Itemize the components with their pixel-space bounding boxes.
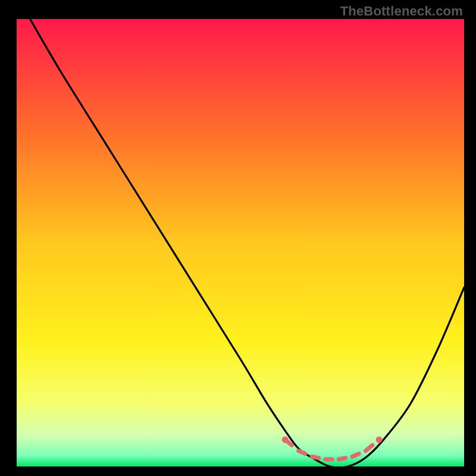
watermark-text: TheBottleneck.com: [340, 4, 463, 19]
optimal-marker-dash: [352, 454, 359, 457]
optimal-marker-endcap: [282, 436, 289, 443]
optimal-marker-dash: [339, 458, 345, 459]
optimal-marker-dash: [299, 451, 305, 454]
chart-plot-area: [17, 19, 464, 466]
chart-svg: [17, 19, 464, 466]
gradient-background: [17, 19, 464, 466]
optimal-marker-endcap: [376, 436, 383, 443]
optimal-marker-dash: [312, 456, 318, 458]
